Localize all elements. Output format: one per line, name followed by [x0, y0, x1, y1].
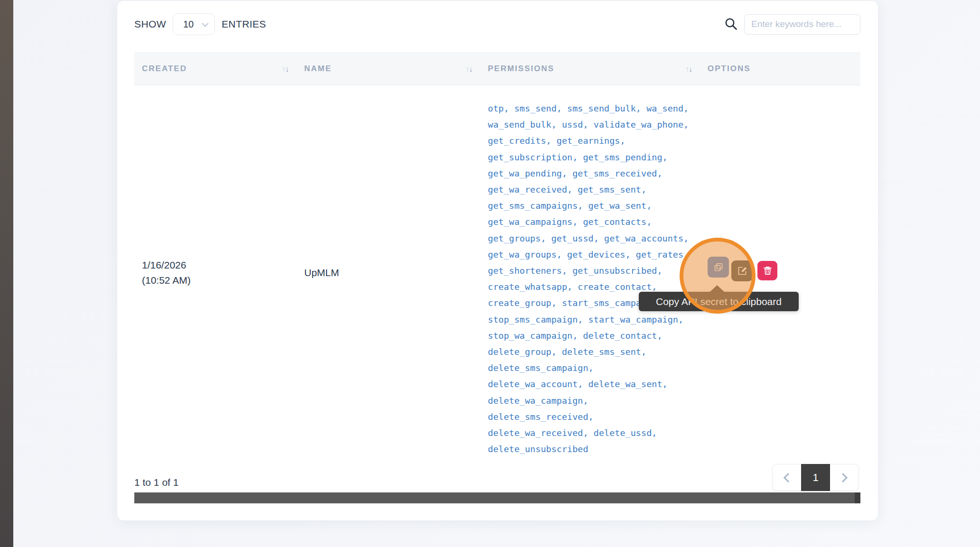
- background-image-strip: [0, 0, 13, 547]
- column-header-created[interactable]: CREATED ↑↓: [134, 53, 297, 85]
- sort-icon[interactable]: ↑↓: [466, 65, 474, 74]
- copy-icon: [713, 262, 724, 272]
- show-label: SHOW: [134, 19, 166, 30]
- chevron-left-icon: [784, 473, 793, 482]
- created-cell: 1/16/2026 (10:52 AM): [134, 85, 297, 460]
- page-size-select[interactable]: 10: [173, 13, 215, 35]
- copy-tooltip: Copy API secret to clipboard: [639, 292, 799, 311]
- permission-line: delete_wa_campaign,: [488, 393, 689, 409]
- permission-line: get_shorteners, get_unsubscribed,: [488, 263, 689, 279]
- permission-line: stop_sms_campaign, start_wa_campaign,: [488, 312, 689, 328]
- next-page-button[interactable]: [830, 464, 859, 491]
- permission-line: delete_sms_campaign,: [488, 360, 689, 376]
- column-header-options: OPTIONS: [700, 53, 860, 85]
- permission-line: get_subscription, get_sms_pending,: [488, 149, 689, 166]
- created-date: 1/16/2026: [142, 258, 186, 273]
- permission-line: get_wa_campaigns, get_contacts,: [488, 214, 689, 230]
- edit-icon: [737, 266, 747, 276]
- edit-button[interactable]: [731, 260, 753, 281]
- permission-line: delete_wa_received, delete_ussd,: [488, 425, 689, 441]
- page-size-group: SHOW 10 ENTRIES: [134, 12, 266, 36]
- table-toolbar: SHOW 10 ENTRIES: [134, 12, 860, 36]
- api-key-name: UpMLM: [304, 267, 339, 278]
- permission-line: wa_send_bulk, ussd, validate_wa_phone,: [488, 117, 689, 133]
- search-group: [724, 12, 860, 36]
- permission-line: get_credits, get_earnings,: [488, 133, 689, 149]
- column-header-permissions[interactable]: PERMISSIONS ↑↓: [480, 53, 700, 85]
- entries-label: ENTRIES: [222, 19, 266, 30]
- previous-page-button[interactable]: [772, 464, 801, 491]
- chevron-right-icon: [838, 473, 848, 482]
- name-cell: UpMLM: [297, 85, 480, 460]
- sort-icon[interactable]: ↑↓: [685, 65, 693, 74]
- trash-icon: [763, 266, 773, 276]
- column-label: OPTIONS: [708, 64, 751, 74]
- results-summary: 1 to 1 of 1: [134, 477, 178, 488]
- tooltip-arrow: [710, 285, 724, 292]
- options-cell: [700, 85, 860, 460]
- permissions-cell: otp, sms_send, sms_send_bulk, wa_send,wa…: [480, 85, 700, 460]
- permission-line: delete_group, delete_sms_sent,: [488, 344, 689, 360]
- column-label: NAME: [304, 64, 332, 74]
- search-input[interactable]: [744, 14, 860, 35]
- horizontal-scrollbar-track[interactable]: [134, 492, 860, 503]
- search-icon: [724, 17, 738, 31]
- sort-icon[interactable]: ↑↓: [282, 65, 290, 74]
- permission-line: get_groups, get_ussd, get_wa_accounts,: [488, 231, 689, 247]
- permission-line: get_wa_pending, get_sms_received,: [488, 166, 689, 182]
- permission-line: delete_unsubscribed: [488, 441, 689, 457]
- delete-button[interactable]: [757, 261, 777, 280]
- column-label: CREATED: [142, 64, 187, 74]
- horizontal-scrollbar-thumb[interactable]: [134, 492, 855, 503]
- permissions-list: otp, sms_send, sms_send_bulk, wa_send,wa…: [488, 101, 689, 457]
- api-keys-card: SHOW 10 ENTRIES CREATED ↑↓ NAME ↑↓ PERMI…: [117, 1, 878, 520]
- column-header-name[interactable]: NAME ↑↓: [297, 53, 480, 85]
- permission-line: get_wa_received, get_sms_sent,: [488, 182, 689, 198]
- copy-api-secret-button[interactable]: [708, 257, 729, 278]
- table-header: CREATED ↑↓ NAME ↑↓ PERMISSIONS ↑↓ OPTION…: [134, 52, 860, 85]
- table-row: 1/16/2026 (10:52 AM) UpMLM otp, sms_send…: [134, 85, 860, 460]
- pagination: 1: [772, 464, 859, 491]
- api-keys-page: { "toolbar": { "show_label": "SHOW", "pa…: [0, 0, 980, 547]
- permission-line: otp, sms_send, sms_send_bulk, wa_send,: [488, 101, 689, 117]
- chevron-down-icon: [202, 20, 208, 27]
- page-size-value: 10: [183, 19, 194, 30]
- permission-line: stop_wa_campaign, delete_contact,: [488, 328, 689, 344]
- column-label: PERMISSIONS: [488, 64, 554, 74]
- permission-line: delete_wa_account, delete_wa_sent,: [488, 376, 689, 392]
- permission-line: get_sms_campaigns, get_wa_sent,: [488, 198, 689, 214]
- page-1-button[interactable]: 1: [801, 464, 830, 491]
- permission-line: delete_sms_received,: [488, 409, 689, 425]
- created-time: (10:52 AM): [142, 273, 191, 288]
- permission-line: get_wa_groups, get_devices, get_rates,: [488, 247, 689, 263]
